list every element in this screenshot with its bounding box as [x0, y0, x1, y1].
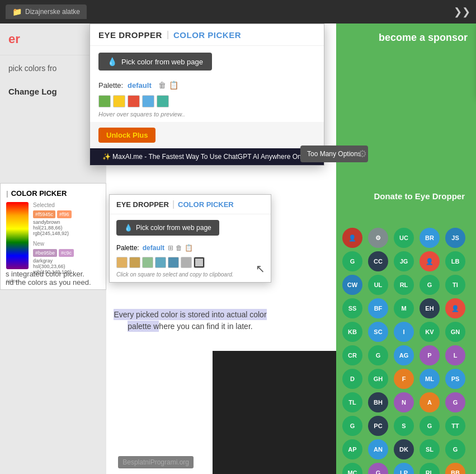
ep2-palette-row: Palette: default ⊞ 🗑 📋: [110, 241, 271, 255]
avatar-53[interactable]: RL: [420, 463, 440, 474]
ep2-delete-btn[interactable]: 🗑: [176, 244, 182, 252]
avatar-51[interactable]: G: [368, 463, 388, 474]
avatar-29[interactable]: L: [445, 345, 465, 365]
avatar-9[interactable]: LB: [445, 251, 465, 271]
avatar-30[interactable]: D: [342, 369, 362, 389]
ep2-dropper-icon: 💧: [124, 224, 133, 232]
ep2-divider: |: [172, 199, 175, 209]
color-swatches-main: [90, 93, 324, 110]
hsl-val2: hsl(300,23,66): [33, 264, 100, 269]
avatar-15[interactable]: SS: [342, 298, 362, 318]
avatar-2[interactable]: UC: [394, 228, 414, 248]
cursor-icon: ↖: [256, 262, 265, 275]
extension-popup-main: EYE DROPPER | COLOR PICKER 💧 Pick color …: [89, 24, 324, 166]
ep2-swatch-6[interactable]: [181, 257, 192, 268]
ep2-swatch-5[interactable]: [168, 257, 179, 268]
copy-palette-btn[interactable]: 📋: [169, 81, 178, 90]
avatar-35[interactable]: TL: [342, 392, 362, 412]
avatar-11[interactable]: UL: [368, 275, 388, 295]
ep2-palette-name: default: [143, 244, 164, 252]
avatar-0[interactable]: 👤: [342, 228, 362, 248]
ep2-swatches: ↖: [110, 255, 271, 270]
ep2-grid-btn[interactable]: ⊞: [168, 244, 173, 252]
desc-line2: nd the colors as you need.: [6, 278, 106, 287]
avatar-16[interactable]: BF: [368, 298, 388, 318]
ext-title-cp: COLOR PICKER: [173, 30, 241, 40]
avatar-26[interactable]: G: [368, 345, 388, 365]
avatar-43[interactable]: G: [420, 416, 440, 436]
avatar-36[interactable]: BH: [368, 392, 388, 412]
avatar-7[interactable]: JG: [394, 251, 414, 271]
avatar-32[interactable]: F: [394, 369, 414, 389]
avatar-44[interactable]: TT: [445, 416, 465, 436]
avatar-8[interactable]: 👤: [420, 251, 440, 271]
avatar-19[interactable]: 👤: [445, 298, 465, 318]
avatar-28[interactable]: P: [420, 345, 440, 365]
avatar-5[interactable]: G: [342, 251, 362, 271]
avatar-22[interactable]: I: [394, 322, 414, 342]
browser-tab[interactable]: 📁 Dizajnerske alatke: [6, 4, 87, 19]
ep2-swatch-1[interactable]: [116, 257, 128, 268]
avatar-18[interactable]: EH: [420, 298, 440, 318]
avatar-50[interactable]: MC: [342, 463, 362, 474]
ep2-swatch-4[interactable]: [155, 257, 166, 268]
avatar-6[interactable]: CC: [368, 251, 388, 271]
color-name2: darkgray: [33, 258, 100, 264]
ep2-pick-color-button[interactable]: 💧 Pick color from web page: [116, 220, 219, 236]
avatar-14[interactable]: TI: [445, 275, 465, 295]
avatar-21[interactable]: SC: [368, 322, 388, 342]
ep2-title-eye: EYE DROPPER: [116, 200, 169, 209]
avatar-31[interactable]: GH: [368, 369, 388, 389]
swatch-1[interactable]: [98, 95, 111, 107]
avatar-24[interactable]: GN: [445, 322, 465, 342]
avatar-48[interactable]: SL: [420, 439, 440, 459]
avatar-1[interactable]: ⚙: [368, 228, 388, 248]
avatar-46[interactable]: AN: [368, 439, 388, 459]
avatar-47[interactable]: DK: [394, 439, 414, 459]
swatch-5[interactable]: [157, 95, 169, 107]
ep2-swatch-3[interactable]: [142, 257, 153, 268]
avatar-3[interactable]: BR: [420, 228, 440, 248]
donate-text: Donate to Eye Dropper: [374, 191, 465, 201]
avatar-45[interactable]: AP: [342, 439, 362, 459]
gear-settings-button[interactable]: ⚙: [358, 148, 367, 160]
desc-line1: s integrated color picker.: [6, 270, 106, 278]
avatar-40[interactable]: G: [342, 416, 362, 436]
avatar-27[interactable]: AG: [394, 345, 414, 365]
avatar-33[interactable]: ML: [420, 369, 440, 389]
browser-more-btn[interactable]: ❯❯: [454, 6, 470, 18]
avatar-38[interactable]: A: [420, 392, 440, 412]
swatch-4[interactable]: [142, 95, 154, 107]
avatar-20[interactable]: KB: [342, 322, 362, 342]
avatar-12[interactable]: RL: [394, 275, 414, 295]
swatch-3[interactable]: [128, 95, 140, 107]
avatar-23[interactable]: KV: [420, 322, 440, 342]
maxai-bar[interactable]: ✨ MaxAI.me - The Fastest Way To Use Chat…: [90, 148, 324, 165]
avatar-54[interactable]: BB: [445, 463, 465, 474]
donate-box[interactable]: Donate to Eye Dropper: [362, 183, 476, 209]
avatar-34[interactable]: PS: [445, 369, 465, 389]
avatar-17[interactable]: M: [394, 298, 414, 318]
hover-preview-text: Hover over squares to preview..: [90, 110, 324, 122]
avatar-49[interactable]: G: [445, 439, 465, 459]
palette-icons: 🗑 📋: [158, 81, 178, 90]
avatar-42[interactable]: S: [394, 416, 414, 436]
avatar-10[interactable]: CW: [342, 275, 362, 295]
ep2-swatch-7[interactable]: [194, 257, 205, 268]
pick-color-button[interactable]: 💧 Pick color from web page: [98, 53, 212, 71]
avatar-52[interactable]: LP: [394, 463, 414, 474]
unlock-plus-button[interactable]: Unlock Plus: [98, 128, 155, 143]
avatar-37[interactable]: N: [394, 392, 414, 412]
avatar-13[interactable]: G: [420, 275, 440, 295]
desc-rest-text: here you can find it in later.: [159, 322, 252, 331]
avatar-4[interactable]: JS: [445, 228, 465, 248]
avatar-41[interactable]: PC: [368, 416, 388, 436]
ep2-swatch-2[interactable]: [129, 257, 140, 268]
swatch-2[interactable]: [113, 95, 125, 107]
unlock-section: Unlock Plus: [90, 122, 324, 148]
avatar-25[interactable]: CR: [342, 345, 362, 365]
ep2-copy-btn[interactable]: 📋: [185, 244, 193, 252]
avatar-39[interactable]: G: [445, 392, 465, 412]
tab-label: Dizajnerske alatke: [25, 8, 80, 16]
delete-palette-btn[interactable]: 🗑: [158, 81, 166, 90]
